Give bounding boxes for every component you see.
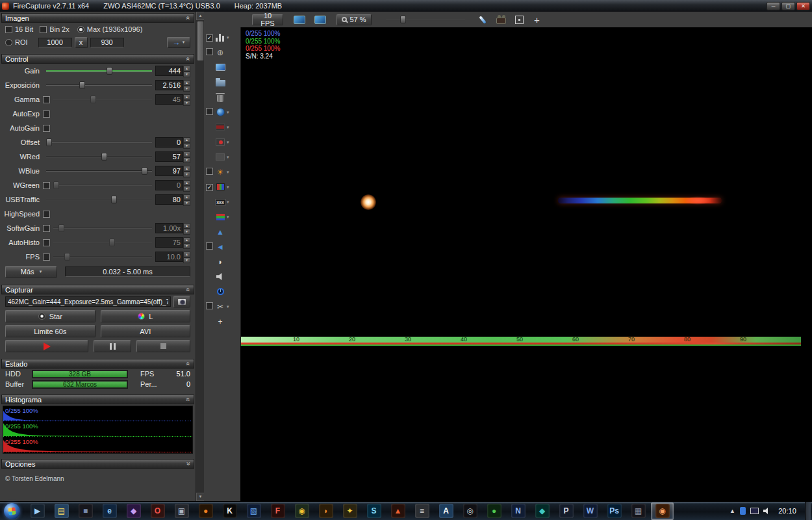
capturar-header[interactable]: Capturar « — [1, 285, 194, 294]
add-view-icon[interactable]: + — [534, 15, 540, 25]
rec-settings-icon[interactable] — [214, 138, 226, 146]
cut-icon[interactable]: ✂ — [214, 302, 226, 311]
fps-slider[interactable] — [53, 252, 152, 262]
roi-height-input[interactable] — [90, 38, 124, 47]
wgreen-slider[interactable] — [53, 180, 152, 190]
opciones-header[interactable]: Opciones « — [1, 459, 194, 469]
softwgain-checkbox[interactable] — [43, 225, 50, 232]
taskbar-app-n[interactable]: N — [507, 502, 529, 520]
color-bars-icon[interactable] — [214, 214, 226, 220]
spin-down-icon[interactable]: ▼ — [183, 186, 190, 192]
cut-icon-checkbox[interactable] — [206, 302, 213, 309]
taskbar-app-violet[interactable]: ◆ — [122, 502, 145, 520]
collapse-icon[interactable]: « — [185, 288, 192, 292]
taskbar-app-teal[interactable]: ◆ — [531, 502, 553, 520]
fps-display-button[interactable]: 10 FPS — [252, 14, 283, 25]
speaker-icon[interactable] — [214, 273, 226, 280]
offset-slider[interactable] — [46, 137, 152, 148]
spin-up-icon[interactable]: ▲ — [183, 94, 190, 100]
spin-down-icon[interactable]: ▼ — [183, 243, 190, 249]
fps-value[interactable]: 10.0▲▼ — [155, 252, 190, 262]
wgreen-value[interactable]: 0▲▼ — [155, 180, 190, 190]
disabled-tool-icon-dropdown[interactable]: ▾ — [227, 155, 229, 160]
slider-thumb[interactable] — [58, 224, 64, 232]
spin-up-icon[interactable]: ▲ — [183, 151, 190, 157]
taskbar-app-dark[interactable]: ■ — [74, 502, 97, 520]
spinner[interactable]: ▲▼ — [183, 66, 190, 76]
spin-up-icon[interactable]: ▲ — [183, 223, 190, 229]
flip-icon[interactable]: ◄ — [214, 242, 226, 252]
sun-marker-icon-dropdown[interactable]: ▾ — [227, 170, 229, 175]
softwgain-value[interactable]: 1.00x▲▼ — [155, 223, 190, 233]
exposición-value[interactable]: 2.516▲▼ — [155, 80, 190, 90]
film-camera-icon[interactable] — [496, 18, 506, 24]
web-upload-icon[interactable] — [214, 108, 226, 116]
collapse-icon[interactable]: « — [185, 57, 192, 61]
autoexp-checkbox[interactable] — [43, 110, 50, 118]
filename-input[interactable] — [5, 296, 171, 307]
more-button[interactable]: Más ▾ — [5, 266, 57, 278]
sun-marker-icon[interactable]: ☀ — [214, 168, 226, 177]
digits-overlay-icon[interactable]: 888 — [214, 199, 226, 205]
spinner[interactable]: ▲▼ — [183, 151, 190, 162]
autohisto-checkbox[interactable] — [43, 239, 50, 246]
autohisto-value[interactable]: 75▲▼ — [155, 237, 190, 248]
sun-marker-icon-checkbox[interactable] — [206, 168, 213, 175]
taskbar-k-app[interactable]: K — [218, 502, 241, 520]
slider-thumb[interactable] — [142, 167, 147, 175]
web-upload-icon-dropdown[interactable]: ▾ — [227, 110, 229, 115]
taskbar-app-blue[interactable]: ▧ — [242, 502, 265, 520]
highspeed-checkbox[interactable] — [43, 211, 50, 218]
spin-down-icon[interactable]: ▼ — [183, 72, 190, 77]
fps-checkbox[interactable] — [43, 254, 50, 261]
pause-button[interactable] — [94, 340, 131, 352]
roi-x-button[interactable]: x — [75, 37, 88, 48]
screenshot-icon[interactable] — [214, 64, 226, 71]
wblue-slider[interactable] — [46, 166, 152, 176]
spin-down-icon[interactable]: ▼ — [183, 172, 190, 177]
contrast-icon[interactable]: ◗ — [214, 257, 226, 266]
spin-up-icon[interactable]: ▲ — [183, 80, 190, 86]
maximize-button[interactable]: ▢ — [781, 2, 795, 10]
spin-down-icon[interactable]: ▼ — [183, 229, 190, 235]
scrollbar-thumb[interactable] — [197, 21, 204, 61]
bluetooth-icon[interactable] — [740, 507, 746, 515]
clock[interactable]: 20:10 — [774, 507, 800, 515]
bin2x-checkbox[interactable] — [40, 26, 47, 33]
spin-down-icon[interactable]: ▼ — [183, 157, 190, 163]
color-channel-button[interactable]: L — [101, 310, 191, 322]
spin-down-icon[interactable]: ▼ — [183, 86, 190, 92]
spin-up-icon[interactable]: ▲ — [183, 66, 190, 72]
collapse-icon[interactable]: « — [185, 16, 192, 20]
taskbar-app-gray[interactable]: ▣ — [170, 502, 193, 520]
format-button[interactable]: AVI — [101, 325, 191, 337]
minimize-button[interactable]: ─ — [767, 2, 780, 10]
flip-icon-checkbox[interactable] — [206, 242, 213, 250]
taskbar-word[interactable]: W — [579, 502, 602, 520]
estado-header[interactable]: Estado « — [1, 359, 194, 369]
wand-icon[interactable] — [478, 15, 487, 25]
exposición-slider[interactable] — [46, 80, 152, 90]
max-radio[interactable] — [77, 26, 84, 33]
timer-icon[interactable] — [214, 288, 226, 295]
spin-up-icon[interactable]: ▲ — [183, 237, 190, 243]
bit16-checkbox[interactable] — [5, 26, 12, 33]
record-button[interactable] — [5, 340, 88, 352]
digits-overlay-icon-dropdown[interactable]: ▾ — [227, 200, 229, 205]
taskbar-explorer[interactable]: ▤ — [50, 502, 73, 520]
spinner[interactable]: ▲▼ — [183, 237, 190, 248]
spin-up-icon[interactable]: ▲ — [183, 194, 190, 200]
start-button[interactable] — [4, 503, 20, 519]
spinner[interactable]: ▲▼ — [183, 166, 190, 176]
panel-scrollbar[interactable]: ▲ ▼ — [196, 12, 204, 501]
show-desktop-button[interactable] — [805, 502, 811, 520]
reticle-icon-checkbox[interactable] — [206, 48, 213, 55]
zoom-button[interactable]: 57 % — [336, 14, 372, 25]
taskbar-ps-app[interactable]: Ps — [603, 502, 626, 520]
image-view[interactable]: 0/255 100% 0/255 100% 0/255 100% S/N: 3.… — [240, 27, 801, 346]
color-grid-icon-dropdown[interactable]: ▾ — [227, 185, 229, 190]
wred-value[interactable]: 57▲▼ — [155, 151, 190, 162]
slider-thumb[interactable] — [46, 138, 52, 146]
taskbar-app-dark2[interactable]: ▦ — [627, 502, 650, 520]
histogram-panel-icon[interactable] — [214, 34, 226, 42]
